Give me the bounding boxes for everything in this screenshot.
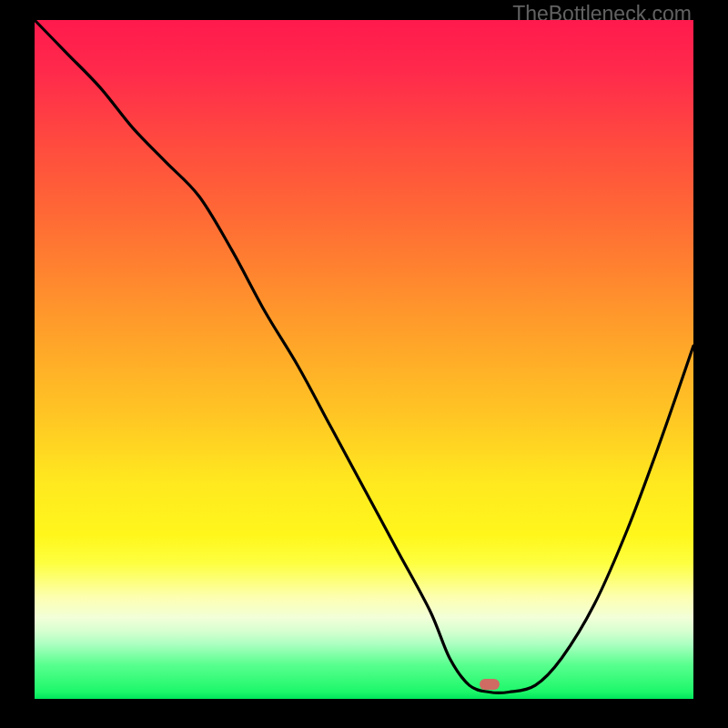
optimal-marker: [480, 679, 500, 690]
chart-frame: TheBottleneck.com: [0, 0, 728, 728]
plot-area: [35, 20, 693, 699]
bottleneck-curve: [35, 20, 693, 699]
